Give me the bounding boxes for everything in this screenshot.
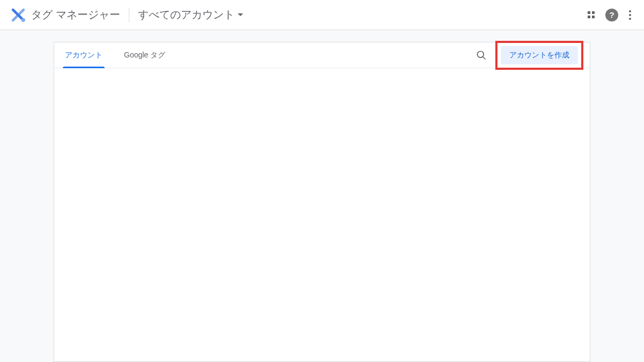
help-icon[interactable]: ? (605, 9, 618, 21)
account-selector[interactable]: すべてのアカウント (138, 8, 243, 22)
tab-label: アカウント (65, 50, 103, 60)
create-account-button[interactable]: アカウントを作成 (501, 46, 578, 64)
app-header: タグ マネージャー すべてのアカウント ? (0, 0, 644, 30)
tab-label: Google タグ (124, 50, 165, 60)
tab-google-tag[interactable]: Google タグ (113, 42, 176, 68)
main-content: アカウント Google タグ アカウントを作成 (0, 30, 644, 362)
header-actions: ? (586, 8, 633, 22)
accounts-card: アカウント Google タグ アカウントを作成 (54, 42, 590, 362)
header-divider (129, 8, 129, 23)
product-name: タグ マネージャー (31, 8, 120, 22)
card-header: アカウント Google タグ アカウントを作成 (54, 42, 590, 68)
apps-grid-icon[interactable] (586, 9, 597, 20)
accounts-empty-body (54, 68, 590, 361)
svg-point-3 (478, 51, 484, 57)
tag-manager-logo-icon (11, 8, 26, 23)
chevron-down-icon (238, 13, 243, 16)
svg-line-4 (483, 56, 486, 59)
account-selector-label: すべてのアカウント (138, 8, 235, 22)
annotation-highlight: アカウントを作成 (495, 41, 583, 70)
more-vert-icon[interactable] (627, 8, 633, 22)
search-icon[interactable] (476, 50, 487, 61)
svg-point-2 (21, 18, 25, 21)
tabs: アカウント Google タグ (54, 42, 176, 68)
tab-accounts[interactable]: アカウント (54, 42, 113, 68)
